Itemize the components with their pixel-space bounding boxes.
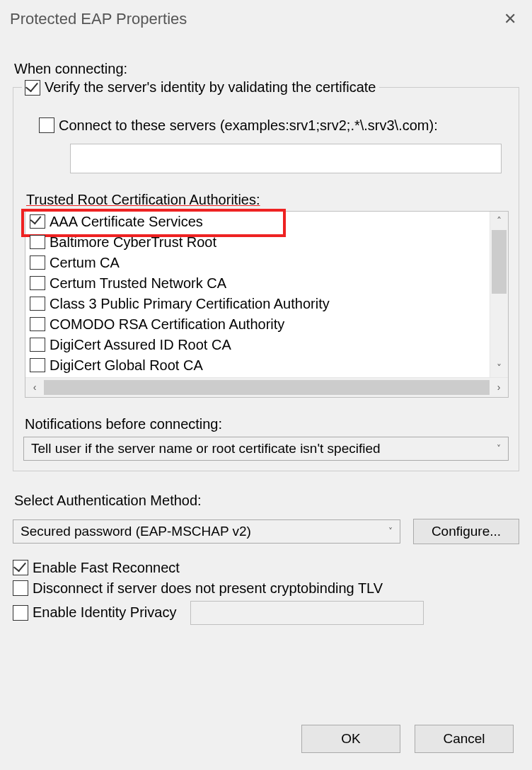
dialog-buttons: OK Cancel: [301, 725, 514, 753]
auth-method-label: Select Authentication Method:: [14, 493, 519, 509]
authority-checkbox[interactable]: [30, 235, 45, 249]
authority-item[interactable]: DigiCert Assured ID Root CA: [25, 335, 487, 355]
identity-privacy-checkbox[interactable]: [13, 605, 28, 621]
hscroll-thumb[interactable]: [44, 380, 490, 395]
authority-label: DigiCert Assured ID Root CA: [50, 337, 231, 353]
dialog-content: When connecting: Verify the server's ide…: [0, 34, 532, 625]
authority-item[interactable]: COMODO RSA Certification Authority: [25, 314, 487, 335]
authority-label: AAA Certificate Services: [50, 214, 203, 230]
authority-label: Certum Trusted Network CA: [50, 275, 226, 292]
ok-button[interactable]: OK: [301, 725, 400, 753]
scroll-right-icon[interactable]: ›: [490, 378, 508, 397]
authority-checkbox[interactable]: [30, 338, 45, 352]
authority-checkbox[interactable]: [30, 297, 45, 311]
authority-label: Baltimore CyberTrust Root: [50, 234, 216, 251]
close-icon[interactable]: ✕: [498, 7, 522, 31]
scroll-left-icon[interactable]: ‹: [25, 378, 44, 397]
notifications-value: Tell user if the server name or root cer…: [31, 441, 381, 456]
chevron-down-icon: ˅: [388, 527, 393, 536]
authority-item[interactable]: Certum CA: [25, 253, 487, 273]
window-title: Protected EAP Properties: [10, 10, 187, 28]
auth-method-value: Secured password (EAP-MSCHAP v2): [21, 524, 251, 539]
connect-servers-row[interactable]: Connect to these servers (examples:srv1;…: [39, 117, 509, 134]
titlebar: Protected EAP Properties ✕: [0, 0, 532, 34]
cancel-button[interactable]: Cancel: [415, 725, 514, 753]
authority-label: COMODO RSA Certification Authority: [50, 316, 284, 333]
authority-checkbox[interactable]: [30, 255, 45, 270]
fast-reconnect-label: Enable Fast Reconnect: [33, 560, 180, 576]
identity-privacy-input[interactable]: [190, 601, 424, 625]
notifications-dropdown[interactable]: Tell user if the server name or root cer…: [23, 437, 509, 461]
authority-item[interactable]: AAA Certificate Services: [25, 212, 487, 232]
configure-button[interactable]: Configure...: [413, 519, 519, 544]
authority-item[interactable]: Class 3 Public Primary Certification Aut…: [25, 294, 487, 314]
auth-method-dropdown[interactable]: Secured password (EAP-MSCHAP v2) ˅: [13, 519, 400, 544]
authority-label: Class 3 Public Primary Certification Aut…: [50, 296, 330, 312]
verify-fieldset: Verify the server's identity by validati…: [13, 87, 519, 471]
when-connecting-label: When connecting:: [14, 61, 519, 77]
vertical-scrollbar[interactable]: ˄ ˅: [490, 212, 508, 377]
identity-privacy-row[interactable]: Enable Identity Privacy: [13, 601, 519, 625]
scroll-thumb[interactable]: [492, 230, 507, 294]
scroll-up-icon[interactable]: ˄: [490, 212, 508, 230]
trusted-authorities-label: Trusted Root Certification Authorities:: [26, 192, 509, 208]
fast-reconnect-checkbox[interactable]: [13, 560, 28, 575]
options-group: Enable Fast Reconnect Disconnect if serv…: [13, 560, 519, 625]
authority-item[interactable]: Certum Trusted Network CA: [25, 273, 487, 294]
authority-label: Certum CA: [50, 255, 120, 271]
authorities-list[interactable]: AAA Certificate ServicesBaltimore CyberT…: [25, 211, 509, 398]
fast-reconnect-row[interactable]: Enable Fast Reconnect: [13, 560, 519, 576]
notifications-label: Notifications before connecting:: [25, 416, 509, 432]
authority-item[interactable]: Baltimore CyberTrust Root: [25, 232, 487, 253]
identity-privacy-label: Enable Identity Privacy: [33, 604, 176, 621]
authority-label: DigiCert Global Root CA: [50, 357, 203, 374]
connect-servers-input[interactable]: [70, 144, 502, 173]
cryptobinding-row[interactable]: Disconnect if server does not present cr…: [13, 580, 519, 597]
authority-item[interactable]: DigiCert Global Root CA: [25, 355, 487, 376]
connect-servers-label: Connect to these servers (examples:srv1;…: [59, 117, 438, 134]
scroll-down-icon[interactable]: ˅: [490, 359, 508, 377]
authority-checkbox[interactable]: [30, 358, 45, 372]
authority-checkbox[interactable]: [30, 214, 45, 229]
cryptobinding-label: Disconnect if server does not present cr…: [33, 580, 383, 597]
cryptobinding-checkbox[interactable]: [13, 580, 28, 596]
authority-checkbox[interactable]: [30, 276, 45, 290]
verify-row[interactable]: Verify the server's identity by validati…: [22, 79, 379, 96]
authority-checkbox[interactable]: [30, 317, 45, 331]
verify-checkbox[interactable]: [25, 80, 40, 96]
verify-label: Verify the server's identity by validati…: [45, 79, 376, 96]
connect-servers-checkbox[interactable]: [39, 117, 54, 133]
horizontal-scrollbar[interactable]: ‹ ›: [25, 377, 508, 397]
chevron-down-icon: ˅: [497, 444, 501, 454]
